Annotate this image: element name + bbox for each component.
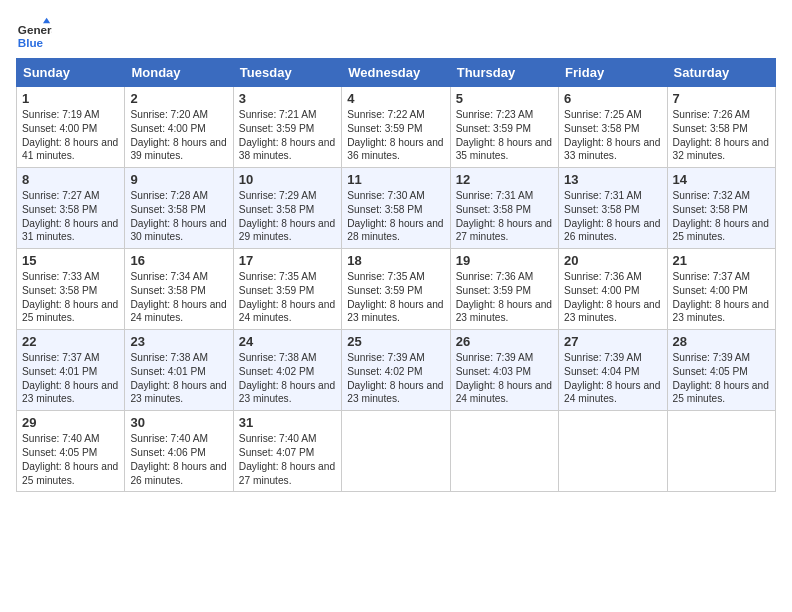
svg-text:General: General — [18, 23, 52, 36]
day-info: Sunrise: 7:38 AM Sunset: 4:02 PM Dayligh… — [239, 351, 336, 406]
calendar-day-cell: 18Sunrise: 7:35 AM Sunset: 3:59 PM Dayli… — [342, 249, 450, 330]
day-number: 5 — [456, 91, 553, 106]
calendar-day-cell: 12Sunrise: 7:31 AM Sunset: 3:58 PM Dayli… — [450, 168, 558, 249]
calendar-day-cell: 4Sunrise: 7:22 AM Sunset: 3:59 PM Daylig… — [342, 87, 450, 168]
day-info: Sunrise: 7:37 AM Sunset: 4:01 PM Dayligh… — [22, 351, 119, 406]
calendar-day-cell: 23Sunrise: 7:38 AM Sunset: 4:01 PM Dayli… — [125, 330, 233, 411]
day-number: 7 — [673, 91, 770, 106]
calendar-day-cell: 15Sunrise: 7:33 AM Sunset: 3:58 PM Dayli… — [17, 249, 125, 330]
day-info: Sunrise: 7:37 AM Sunset: 4:00 PM Dayligh… — [673, 270, 770, 325]
svg-marker-2 — [43, 18, 50, 23]
day-number: 13 — [564, 172, 661, 187]
calendar-day-cell: 11Sunrise: 7:30 AM Sunset: 3:58 PM Dayli… — [342, 168, 450, 249]
calendar-day-cell: 26Sunrise: 7:39 AM Sunset: 4:03 PM Dayli… — [450, 330, 558, 411]
day-info: Sunrise: 7:31 AM Sunset: 3:58 PM Dayligh… — [564, 189, 661, 244]
day-info: Sunrise: 7:23 AM Sunset: 3:59 PM Dayligh… — [456, 108, 553, 163]
day-of-week-header: Wednesday — [342, 59, 450, 87]
day-number: 15 — [22, 253, 119, 268]
calendar-day-cell: 24Sunrise: 7:38 AM Sunset: 4:02 PM Dayli… — [233, 330, 341, 411]
svg-text:Blue: Blue — [18, 36, 44, 49]
day-number: 29 — [22, 415, 119, 430]
calendar-day-cell: 30Sunrise: 7:40 AM Sunset: 4:06 PM Dayli… — [125, 411, 233, 492]
logo: General Blue — [16, 16, 56, 52]
day-of-week-header: Thursday — [450, 59, 558, 87]
day-info: Sunrise: 7:27 AM Sunset: 3:58 PM Dayligh… — [22, 189, 119, 244]
calendar-day-cell: 7Sunrise: 7:26 AM Sunset: 3:58 PM Daylig… — [667, 87, 775, 168]
day-info: Sunrise: 7:25 AM Sunset: 3:58 PM Dayligh… — [564, 108, 661, 163]
day-info: Sunrise: 7:39 AM Sunset: 4:05 PM Dayligh… — [673, 351, 770, 406]
day-number: 11 — [347, 172, 444, 187]
day-number: 24 — [239, 334, 336, 349]
day-info: Sunrise: 7:39 AM Sunset: 4:03 PM Dayligh… — [456, 351, 553, 406]
day-info: Sunrise: 7:38 AM Sunset: 4:01 PM Dayligh… — [130, 351, 227, 406]
day-number: 23 — [130, 334, 227, 349]
calendar-day-cell: 14Sunrise: 7:32 AM Sunset: 3:58 PM Dayli… — [667, 168, 775, 249]
calendar-day-cell — [342, 411, 450, 492]
day-info: Sunrise: 7:36 AM Sunset: 3:59 PM Dayligh… — [456, 270, 553, 325]
calendar-day-cell — [667, 411, 775, 492]
day-info: Sunrise: 7:33 AM Sunset: 3:58 PM Dayligh… — [22, 270, 119, 325]
day-number: 28 — [673, 334, 770, 349]
calendar-header-row: SundayMondayTuesdayWednesdayThursdayFrid… — [17, 59, 776, 87]
day-info: Sunrise: 7:26 AM Sunset: 3:58 PM Dayligh… — [673, 108, 770, 163]
day-info: Sunrise: 7:39 AM Sunset: 4:02 PM Dayligh… — [347, 351, 444, 406]
calendar-day-cell — [450, 411, 558, 492]
calendar-day-cell: 2Sunrise: 7:20 AM Sunset: 4:00 PM Daylig… — [125, 87, 233, 168]
calendar-day-cell: 20Sunrise: 7:36 AM Sunset: 4:00 PM Dayli… — [559, 249, 667, 330]
day-info: Sunrise: 7:29 AM Sunset: 3:58 PM Dayligh… — [239, 189, 336, 244]
day-number: 19 — [456, 253, 553, 268]
day-of-week-header: Friday — [559, 59, 667, 87]
day-number: 12 — [456, 172, 553, 187]
calendar-day-cell: 27Sunrise: 7:39 AM Sunset: 4:04 PM Dayli… — [559, 330, 667, 411]
calendar-week-row: 1Sunrise: 7:19 AM Sunset: 4:00 PM Daylig… — [17, 87, 776, 168]
calendar-day-cell — [559, 411, 667, 492]
day-number: 20 — [564, 253, 661, 268]
day-number: 9 — [130, 172, 227, 187]
calendar-day-cell: 21Sunrise: 7:37 AM Sunset: 4:00 PM Dayli… — [667, 249, 775, 330]
calendar-day-cell: 8Sunrise: 7:27 AM Sunset: 3:58 PM Daylig… — [17, 168, 125, 249]
day-info: Sunrise: 7:40 AM Sunset: 4:07 PM Dayligh… — [239, 432, 336, 487]
calendar-day-cell: 28Sunrise: 7:39 AM Sunset: 4:05 PM Dayli… — [667, 330, 775, 411]
day-number: 30 — [130, 415, 227, 430]
day-info: Sunrise: 7:20 AM Sunset: 4:00 PM Dayligh… — [130, 108, 227, 163]
day-info: Sunrise: 7:35 AM Sunset: 3:59 PM Dayligh… — [239, 270, 336, 325]
logo-icon: General Blue — [16, 16, 52, 52]
day-number: 27 — [564, 334, 661, 349]
day-info: Sunrise: 7:40 AM Sunset: 4:06 PM Dayligh… — [130, 432, 227, 487]
calendar-day-cell: 29Sunrise: 7:40 AM Sunset: 4:05 PM Dayli… — [17, 411, 125, 492]
day-number: 18 — [347, 253, 444, 268]
calendar-day-cell: 17Sunrise: 7:35 AM Sunset: 3:59 PM Dayli… — [233, 249, 341, 330]
day-info: Sunrise: 7:19 AM Sunset: 4:00 PM Dayligh… — [22, 108, 119, 163]
calendar-day-cell: 22Sunrise: 7:37 AM Sunset: 4:01 PM Dayli… — [17, 330, 125, 411]
day-of-week-header: Sunday — [17, 59, 125, 87]
calendar-day-cell: 19Sunrise: 7:36 AM Sunset: 3:59 PM Dayli… — [450, 249, 558, 330]
day-info: Sunrise: 7:40 AM Sunset: 4:05 PM Dayligh… — [22, 432, 119, 487]
calendar-day-cell: 3Sunrise: 7:21 AM Sunset: 3:59 PM Daylig… — [233, 87, 341, 168]
day-number: 21 — [673, 253, 770, 268]
calendar-week-row: 29Sunrise: 7:40 AM Sunset: 4:05 PM Dayli… — [17, 411, 776, 492]
day-of-week-header: Saturday — [667, 59, 775, 87]
day-info: Sunrise: 7:28 AM Sunset: 3:58 PM Dayligh… — [130, 189, 227, 244]
day-of-week-header: Tuesday — [233, 59, 341, 87]
day-info: Sunrise: 7:35 AM Sunset: 3:59 PM Dayligh… — [347, 270, 444, 325]
calendar-day-cell: 6Sunrise: 7:25 AM Sunset: 3:58 PM Daylig… — [559, 87, 667, 168]
day-number: 1 — [22, 91, 119, 106]
calendar-day-cell: 31Sunrise: 7:40 AM Sunset: 4:07 PM Dayli… — [233, 411, 341, 492]
calendar-day-cell: 13Sunrise: 7:31 AM Sunset: 3:58 PM Dayli… — [559, 168, 667, 249]
calendar-day-cell: 10Sunrise: 7:29 AM Sunset: 3:58 PM Dayli… — [233, 168, 341, 249]
day-number: 2 — [130, 91, 227, 106]
day-number: 6 — [564, 91, 661, 106]
day-number: 3 — [239, 91, 336, 106]
day-info: Sunrise: 7:36 AM Sunset: 4:00 PM Dayligh… — [564, 270, 661, 325]
calendar-day-cell: 5Sunrise: 7:23 AM Sunset: 3:59 PM Daylig… — [450, 87, 558, 168]
day-number: 31 — [239, 415, 336, 430]
day-number: 10 — [239, 172, 336, 187]
day-number: 26 — [456, 334, 553, 349]
calendar-week-row: 15Sunrise: 7:33 AM Sunset: 3:58 PM Dayli… — [17, 249, 776, 330]
day-number: 4 — [347, 91, 444, 106]
day-info: Sunrise: 7:32 AM Sunset: 3:58 PM Dayligh… — [673, 189, 770, 244]
page-header: General Blue — [16, 16, 776, 52]
calendar-day-cell: 25Sunrise: 7:39 AM Sunset: 4:02 PM Dayli… — [342, 330, 450, 411]
day-info: Sunrise: 7:21 AM Sunset: 3:59 PM Dayligh… — [239, 108, 336, 163]
calendar-table: SundayMondayTuesdayWednesdayThursdayFrid… — [16, 58, 776, 492]
